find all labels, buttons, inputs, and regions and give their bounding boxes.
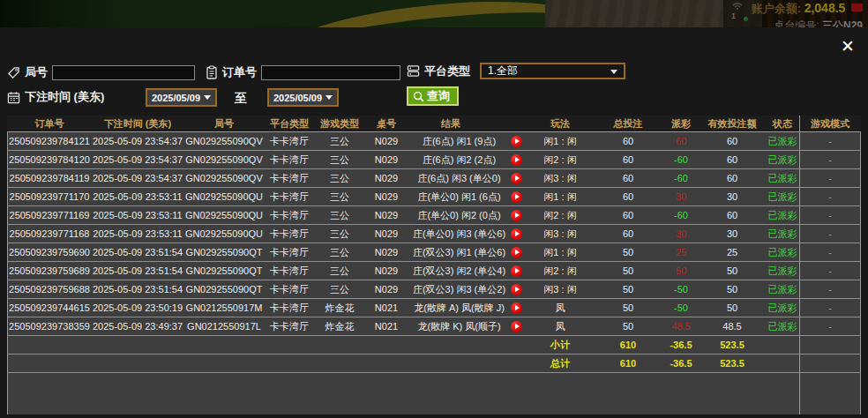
column-divider — [799, 116, 800, 414]
close-icon[interactable]: ✕ — [836, 34, 859, 57]
column-header: 总投注 — [593, 116, 663, 131]
cell-valid: 60 — [699, 169, 766, 187]
cell-bet: 50 — [593, 262, 663, 280]
cell-game: 三公 — [314, 151, 365, 168]
bet-record-row: 2505092397711692025-05-09 23:53:11GN0292… — [7, 206, 861, 225]
chevron-down-icon — [204, 95, 211, 100]
play-result-button[interactable] — [511, 265, 522, 277]
column-header: 桌号 — [365, 116, 408, 131]
cell-payout: -50 — [663, 299, 699, 317]
bet-record-row: 2505092397711702025-05-09 23:53:11GN0292… — [7, 188, 861, 206]
cell-round: GN029255090QV — [183, 132, 265, 150]
cell-mode: - — [799, 225, 861, 243]
date-from-picker[interactable]: 2025/05/09 — [146, 88, 217, 107]
round-number-filter: 局号 — [7, 64, 195, 80]
play-result-button[interactable] — [511, 210, 522, 221]
play-result-button[interactable] — [511, 173, 522, 184]
summary-value: -36.5 — [663, 336, 699, 354]
result-text: 庄(6点) 闲1 (9点) — [408, 135, 511, 148]
cell-status: 已派彩 — [766, 169, 799, 187]
cell-platform: 卡卡湾厅 — [265, 151, 314, 168]
play-result-button[interactable] — [511, 247, 522, 258]
cell-result: 龙(散牌 K) 凤(顺子) — [408, 317, 528, 335]
cell-result: 龙(散牌 A) 凤(散牌 J) — [408, 299, 528, 317]
chevron-down-icon — [326, 95, 333, 100]
cell-time: 2025-05-09 23:54:37 — [92, 132, 183, 150]
cell-valid: 50 — [699, 262, 766, 280]
cell-round: GN029255090QU — [183, 188, 265, 205]
cell-game: 三公 — [314, 243, 365, 261]
cell-game: 三公 — [314, 262, 365, 280]
summary-value: 523.5 — [699, 355, 766, 372]
cell-payout: -60 — [663, 151, 699, 168]
result-text: 庄(6点) 闲2 (2点) — [408, 153, 511, 167]
column-header: 状态 — [766, 116, 799, 131]
cell-play: 凤 — [528, 317, 593, 335]
cell-valid: 25 — [699, 243, 766, 261]
bet-record-row: 2505092397711682025-05-09 23:53:11GN0292… — [7, 225, 861, 243]
cell-table-no: N029 — [365, 280, 408, 298]
tag-icon — [7, 66, 20, 79]
cell-game: 三公 — [314, 280, 365, 298]
play-result-button[interactable] — [511, 154, 522, 166]
cell-order-id: 250509239759690 — [7, 243, 92, 261]
column-header: 下注时间 (美东) — [92, 116, 183, 131]
search-icon — [413, 91, 424, 102]
cell-order-id: 250509239738359 — [7, 317, 92, 335]
cell-status: 已派彩 — [766, 132, 799, 150]
cell-status: 已派彩 — [766, 206, 799, 224]
play-result-button[interactable] — [511, 302, 522, 314]
cell-platform: 卡卡湾厅 — [265, 299, 314, 317]
cell-payout: -60 — [663, 169, 699, 187]
cell-round: GN0212550917M — [183, 299, 265, 317]
column-header: 平台类型 — [265, 116, 314, 131]
cell-platform: 卡卡湾厅 — [265, 206, 314, 224]
game-background: 1 账户余额: 2,048.5 桌台编号: 三公N29 — [0, 0, 868, 27]
result-text: 龙(散牌 A) 凤(散牌 J) — [408, 302, 511, 315]
cell-mode: - — [799, 243, 861, 261]
cell-payout: 25 — [663, 243, 699, 261]
cell-status: 已派彩 — [766, 188, 799, 205]
cell-platform: 卡卡湾厅 — [265, 243, 314, 261]
round-number-input[interactable] — [52, 65, 195, 80]
bet-records-dialog: ✕ 局号 订单号 平台类型 1.全部 下注时间 (美东) 2025/05/09 … — [0, 27, 868, 418]
date-to-value: 2025/05/09 — [273, 93, 322, 103]
cell-play: 闲2 : 闲 — [528, 151, 593, 168]
query-button[interactable]: 查询 — [407, 86, 459, 106]
platform-type-select[interactable]: 1.全部 — [480, 63, 625, 79]
cell-time: 2025-05-09 23:53:11 — [92, 206, 183, 224]
column-header: 局号 — [183, 116, 265, 131]
cell-order-id: 250509239771168 — [7, 225, 92, 243]
table-body: 2505092397841212025-05-09 23:54:37GN0292… — [7, 132, 861, 373]
play-result-button[interactable] — [511, 284, 522, 295]
date-to-picker[interactable]: 2025/05/09 — [267, 88, 339, 107]
cell-game: 三公 — [314, 188, 365, 205]
result-text: 庄(双公3) 闲1 (单公6) — [408, 246, 511, 259]
cell-table-no: N029 — [365, 188, 408, 205]
cell-valid: 50 — [699, 299, 766, 317]
bet-record-row: 2505092397596902025-05-09 23:51:54GN0292… — [7, 243, 861, 262]
cell-mode: - — [799, 206, 861, 224]
bet-records-table: 订单号下注时间 (美东)局号平台类型游戏类型桌号结果玩法总投注派彩有效投注额状态… — [7, 116, 861, 414]
summary-label: 总计 — [528, 355, 593, 372]
play-result-button[interactable] — [511, 191, 522, 203]
cell-play: 闲2 : 闲 — [528, 262, 593, 280]
order-label: 订单号 — [222, 64, 257, 80]
cell-time: 2025-05-09 23:50:19 — [92, 299, 183, 317]
cell-valid: 60 — [699, 132, 766, 150]
play-result-button[interactable] — [511, 321, 522, 332]
play-result-button[interactable] — [511, 228, 522, 240]
calendar-icon — [7, 91, 20, 104]
cell-payout: 50 — [663, 262, 699, 280]
bet-record-row: 2505092397383592025-05-09 23:49:37GN0212… — [7, 317, 861, 336]
order-number-input[interactable] — [261, 65, 400, 80]
cell-time: 2025-05-09 23:53:11 — [92, 225, 183, 243]
cell-result: 庄(单公0) 闲3 (单公6) — [408, 225, 528, 243]
play-result-button[interactable] — [511, 136, 522, 147]
bet-record-row: 2505092397446152025-05-09 23:50:19GN0212… — [7, 299, 861, 317]
column-header: 游戏类型 — [314, 116, 365, 131]
cell-round: GN0212550917L — [183, 317, 265, 335]
cell-mode: - — [799, 262, 861, 280]
cell-game: 炸金花 — [314, 317, 365, 335]
cell-status: 已派彩 — [766, 225, 799, 243]
